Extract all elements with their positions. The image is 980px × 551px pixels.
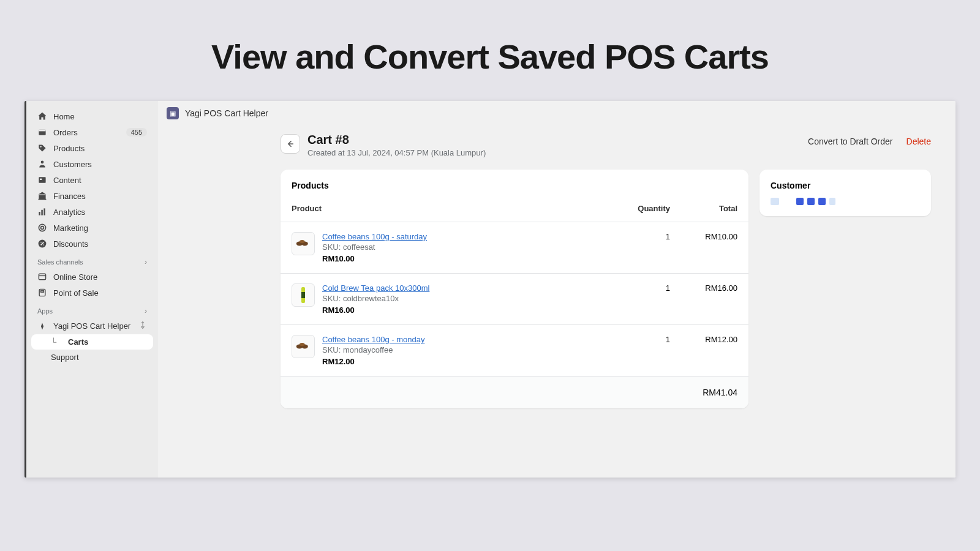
- sidebar-item-products[interactable]: Products: [31, 140, 153, 156]
- marketing-icon: [37, 223, 47, 233]
- main-content: ▣ Yagi POS Cart Helper Cart #8 Created a…: [158, 101, 956, 478]
- svg-rect-5: [40, 179, 42, 180]
- sidebar-item-pos[interactable]: Point of Sale: [31, 285, 153, 301]
- nav-label: Yagi POS Cart Helper: [53, 321, 132, 331]
- nav-label: Finances: [53, 192, 147, 201]
- content-icon: [37, 175, 47, 185]
- nav-label: Customers: [53, 160, 147, 169]
- app-frame: Home Orders 455 Products Customers Conte…: [24, 101, 956, 478]
- app-logo-icon: ▣: [167, 107, 179, 119]
- section-label: Sales channels: [37, 258, 83, 266]
- products-card: Products Product Quantity Total Coffee b…: [281, 170, 748, 408]
- products-table-header: Product Quantity Total: [281, 198, 748, 222]
- svg-rect-14: [39, 274, 45, 280]
- product-price: RM10.00: [322, 254, 427, 263]
- sidebar-item-online-store[interactable]: Online Store: [31, 269, 153, 285]
- product-link[interactable]: Cold Brew Tea pack 10x300ml: [322, 283, 429, 293]
- page-heading: View and Convert Saved POS Carts: [0, 0, 980, 101]
- svg-rect-8: [43, 208, 45, 215]
- customers-icon: [37, 159, 47, 169]
- product-thumb: [292, 232, 315, 255]
- svg-rect-7: [41, 210, 42, 216]
- chevron-right-icon: ›: [145, 258, 147, 266]
- sidebar-item-discounts[interactable]: Discounts: [31, 236, 153, 252]
- row-qty: 1: [609, 232, 670, 263]
- delete-button[interactable]: Delete: [907, 137, 931, 146]
- grand-total-row: RM41.04: [281, 377, 748, 408]
- col-qty: Quantity: [609, 204, 670, 213]
- nav-label: Content: [53, 176, 147, 185]
- products-card-title: Products: [281, 170, 748, 198]
- svg-rect-21: [301, 292, 305, 298]
- grand-total: RM41.04: [703, 388, 737, 397]
- sidebar-item-content[interactable]: Content: [31, 172, 153, 188]
- nav-label: Products: [53, 144, 147, 153]
- cart-subtitle: Created at 13 Jul, 2024, 04:57 PM (Kuala…: [307, 148, 801, 157]
- customer-card: Customer: [760, 170, 931, 216]
- finances-icon: [37, 191, 47, 201]
- page-titles: Cart #8 Created at 13 Jul, 2024, 04:57 P…: [307, 133, 801, 157]
- app-name: Yagi POS Cart Helper: [185, 108, 268, 118]
- row-qty: 1: [609, 283, 670, 315]
- arrow-left-icon: [285, 139, 295, 149]
- product-link[interactable]: Coffee beans 100g - saturday: [322, 232, 427, 241]
- sidebar-item-home[interactable]: Home: [31, 108, 153, 124]
- svg-point-10: [41, 227, 44, 230]
- row-total: RM10.00: [670, 232, 737, 263]
- product-link[interactable]: Coffee beans 100g - monday: [322, 335, 424, 344]
- sales-channels-section[interactable]: Sales channels ›: [31, 252, 153, 269]
- home-icon: [37, 111, 47, 121]
- products-icon: [37, 143, 47, 153]
- sidebar-item-orders[interactable]: Orders 455: [31, 124, 153, 140]
- svg-point-13: [43, 244, 44, 246]
- customer-placeholder: [760, 198, 931, 205]
- convert-button[interactable]: Convert to Draft Order: [808, 137, 893, 146]
- product-thumb: [292, 283, 315, 307]
- section-label: Apps: [37, 307, 53, 315]
- apps-section[interactable]: Apps ›: [31, 301, 153, 318]
- svg-point-3: [41, 160, 44, 163]
- nav-label: Online Store: [53, 272, 147, 282]
- store-icon: [37, 272, 47, 282]
- nav-label: Orders: [53, 128, 120, 137]
- app-yagi-icon: [37, 321, 47, 331]
- analytics-icon: [37, 207, 47, 217]
- svg-rect-15: [39, 289, 45, 296]
- sidebar-item-customers[interactable]: Customers: [31, 156, 153, 172]
- sidebar-subitem-carts[interactable]: └ Carts: [31, 334, 153, 350]
- product-row: Cold Brew Tea pack 10x300ml SKU: coldbre…: [281, 274, 748, 325]
- sidebar: Home Orders 455 Products Customers Conte…: [26, 101, 158, 478]
- svg-point-9: [39, 224, 45, 231]
- back-button[interactable]: [281, 134, 300, 154]
- product-sku: SKU: mondaycoffee: [322, 345, 424, 354]
- product-price: RM16.00: [322, 305, 429, 315]
- pos-icon: [37, 288, 47, 298]
- discounts-icon: [37, 239, 47, 249]
- customer-card-title: Customer: [760, 170, 931, 198]
- app-header: ▣ Yagi POS Cart Helper: [158, 101, 956, 126]
- nav-label: Support: [51, 353, 79, 362]
- chevron-right-icon: ›: [145, 307, 147, 315]
- sidebar-subitem-support[interactable]: Support: [31, 350, 153, 365]
- sub-arrow-icon: └: [51, 337, 58, 347]
- sidebar-item-analytics[interactable]: Analytics: [31, 204, 153, 220]
- content: Cart #8 Created at 13 Jul, 2024, 04:57 P…: [158, 126, 956, 421]
- sidebar-item-app-yagi[interactable]: Yagi POS Cart Helper: [31, 318, 153, 334]
- orders-badge: 455: [126, 128, 147, 137]
- nav-label: Home: [53, 112, 147, 121]
- svg-point-2: [40, 146, 41, 147]
- svg-rect-6: [39, 212, 40, 216]
- page-header: Cart #8 Created at 13 Jul, 2024, 04:57 P…: [281, 133, 931, 157]
- nav-label: Marketing: [53, 223, 147, 233]
- row-total: RM12.00: [670, 335, 737, 366]
- row-total: RM16.00: [670, 283, 737, 315]
- pin-icon[interactable]: [138, 321, 147, 331]
- sidebar-item-marketing[interactable]: Marketing: [31, 220, 153, 236]
- svg-point-12: [40, 242, 42, 243]
- svg-rect-1: [39, 129, 45, 131]
- col-product: Product: [292, 204, 609, 213]
- col-total: Total: [670, 204, 737, 213]
- product-sku: SKU: coffeesat: [322, 242, 427, 252]
- page-actions: Convert to Draft Order Delete: [808, 133, 931, 146]
- sidebar-item-finances[interactable]: Finances: [31, 188, 153, 204]
